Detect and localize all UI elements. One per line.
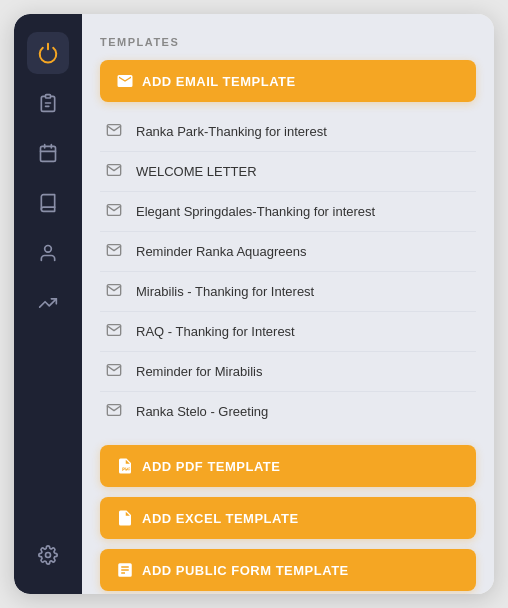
sidebar-icon-calendar[interactable]: [27, 132, 69, 174]
template-name: Mirabilis - Thanking for Interest: [136, 284, 314, 299]
list-item[interactable]: WELCOME LETTER: [100, 152, 476, 192]
list-item[interactable]: Elegant Springdales-Thanking for interes…: [100, 192, 476, 232]
list-item[interactable]: Reminder Ranka Aquagreens: [100, 232, 476, 272]
add-public-form-template-button[interactable]: ADD PUBLIC FORM TEMPLATE: [100, 549, 476, 591]
list-item[interactable]: Mirabilis - Thanking for Interest: [100, 272, 476, 312]
list-item[interactable]: Ranka Park-Thanking for interest: [100, 112, 476, 152]
template-name: Reminder for Mirabilis: [136, 364, 262, 379]
mail-icon: [104, 362, 124, 381]
section-title: TEMPLATES: [100, 36, 476, 48]
list-item[interactable]: Reminder for Mirabilis: [100, 352, 476, 392]
app-container: TEMPLATES ADD EMAIL TEMPLATE Ranka Park-…: [14, 14, 494, 594]
list-item[interactable]: Ranka Stelo - Greeting: [100, 392, 476, 431]
template-name: Ranka Stelo - Greeting: [136, 404, 268, 419]
template-list: Ranka Park-Thanking for interest WELCOME…: [100, 112, 476, 431]
sidebar-icon-chart[interactable]: [27, 282, 69, 324]
mail-icon: [104, 242, 124, 261]
bottom-buttons: ADD PDF TEMPLATE ADD EXCEL TEMPLATE ADD …: [100, 445, 476, 594]
sidebar-icon-settings[interactable]: [27, 534, 69, 576]
template-name: Elegant Springdales-Thanking for interes…: [136, 204, 375, 219]
sidebar-icon-user[interactable]: [27, 232, 69, 274]
svg-rect-3: [41, 146, 56, 161]
template-name: Ranka Park-Thanking for interest: [136, 124, 327, 139]
template-name: Reminder Ranka Aquagreens: [136, 244, 307, 259]
sidebar-icon-clipboard[interactable]: [27, 82, 69, 124]
mail-icon: [104, 322, 124, 341]
add-pdf-template-button[interactable]: ADD PDF TEMPLATE: [100, 445, 476, 487]
template-name: WELCOME LETTER: [136, 164, 257, 179]
svg-point-7: [45, 246, 52, 253]
list-item[interactable]: RAQ - Thanking for Interest: [100, 312, 476, 352]
add-email-template-button[interactable]: ADD EMAIL TEMPLATE: [100, 60, 476, 102]
svg-rect-0: [46, 95, 51, 98]
add-excel-template-button[interactable]: ADD EXCEL TEMPLATE: [100, 497, 476, 539]
mail-icon: [104, 402, 124, 421]
mail-icon: [104, 162, 124, 181]
sidebar-icon-book[interactable]: [27, 182, 69, 224]
sidebar: [14, 14, 82, 594]
mail-icon: [104, 122, 124, 141]
mail-icon: [104, 282, 124, 301]
mail-icon: [104, 202, 124, 221]
sidebar-icon-power[interactable]: [27, 32, 69, 74]
template-name: RAQ - Thanking for Interest: [136, 324, 295, 339]
svg-point-8: [46, 553, 51, 558]
main-content: TEMPLATES ADD EMAIL TEMPLATE Ranka Park-…: [82, 14, 494, 594]
